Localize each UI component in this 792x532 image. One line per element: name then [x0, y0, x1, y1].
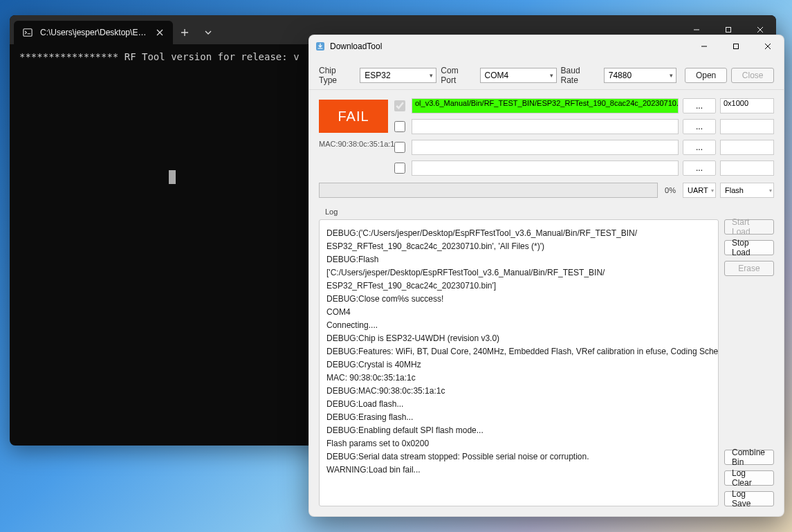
- log-line: ['C:/Users/jesper/Desktop/EspRFTestTool_…: [326, 266, 711, 279]
- browse-button-4[interactable]: ...: [683, 160, 716, 176]
- log-line: DEBUG:Enabling default SPI flash mode...: [326, 424, 711, 437]
- offset-input-2[interactable]: [720, 119, 774, 134]
- log-line: DEBUG:Crystal is 40MHz: [326, 358, 711, 372]
- file-path-2[interactable]: [412, 119, 679, 134]
- file-checkbox-3[interactable]: [394, 142, 405, 153]
- chevron-down-icon: ▾: [430, 72, 433, 79]
- tab-dropdown-button[interactable]: [196, 21, 220, 44]
- log-line: Flash params set to 0x0200: [326, 437, 711, 450]
- chevron-down-icon: ▾: [769, 187, 772, 194]
- downloadtool-titlebar: DownloadTool: [309, 35, 784, 57]
- log-line: DEBUG:Chip is ESP32-U4WDH (revision v3.0…: [326, 332, 711, 345]
- com-port-label: Com Port: [441, 66, 475, 85]
- browse-button-3[interactable]: ...: [683, 140, 716, 155]
- file-checkbox-4[interactable]: [394, 163, 405, 174]
- chevron-down-icon: ▾: [670, 72, 673, 79]
- svg-rect-3: [734, 44, 739, 49]
- progress-bar: [319, 183, 658, 198]
- file-checkbox-1[interactable]: [394, 100, 405, 111]
- close-icon[interactable]: [154, 26, 166, 39]
- memory-select[interactable]: Flash ▾: [720, 183, 774, 198]
- log-line: DEBUG:Close com%s success!: [326, 293, 711, 306]
- offset-input-1[interactable]: 0x1000: [720, 98, 774, 113]
- combine-bin-button[interactable]: Combine Bin: [724, 450, 774, 465]
- progress-row: 0% UART ▾ Flash ▾: [309, 183, 784, 205]
- file-path-4[interactable]: [412, 160, 679, 176]
- chip-type-select[interactable]: ESP32 ▾: [360, 68, 436, 83]
- mac-label: MAC:90:38:0c:35:1a:1c: [319, 140, 388, 149]
- downloadtool-window-controls: [688, 35, 784, 57]
- svg-rect-0: [24, 29, 32, 37]
- file-path-1[interactable]: ol_v3.6_Manual/Bin/RF_TEST_BIN/ESP32_RFT…: [412, 98, 679, 113]
- interface-select[interactable]: UART ▾: [683, 183, 716, 198]
- file-path-3[interactable]: [412, 140, 679, 155]
- log-line: DEBUG:MAC:90:38:0c:35:1a:1c: [326, 385, 711, 398]
- browse-button-2[interactable]: ...: [683, 119, 716, 134]
- offset-input-4[interactable]: [720, 160, 774, 176]
- terminal-tab-title: C:\Users\jesper\Desktop\EspR: [40, 28, 147, 37]
- log-group: Log DEBUG:('C:/Users/jesper/Desktop/EspR…: [316, 208, 777, 509]
- terminal-tab[interactable]: C:\Users\jesper\Desktop\EspR: [14, 21, 173, 44]
- file-grid: FAIL ol_v3.6_Manual/Bin/RF_TEST_BIN/ESP3…: [309, 90, 784, 183]
- terminal-icon: [22, 27, 33, 38]
- log-line: ESP32_RFTest_190_8cac24c_20230710.bin']: [326, 279, 711, 293]
- cursor-icon: [169, 170, 176, 184]
- log-output[interactable]: DEBUG:('C:/Users/jesper/Desktop/EspRFTes…: [319, 219, 719, 506]
- log-line: ESP32_RFTest_190_8cac24c_20230710.bin', …: [326, 240, 711, 253]
- file-checkbox-2[interactable]: [394, 121, 405, 132]
- log-line: WARNING:Load bin fail...: [326, 464, 711, 477]
- log-line: Connecting....: [326, 319, 711, 332]
- open-button[interactable]: Open: [685, 68, 728, 83]
- downloadtool-window: DownloadTool Chip Type ESP32 ▾ Com Port …: [308, 35, 784, 517]
- config-row: Chip Type ESP32 ▾ Com Port COM4 ▾ Baud R…: [309, 57, 784, 90]
- log-line: DEBUG:('C:/Users/jesper/Desktop/EspRFTes…: [326, 227, 711, 240]
- chip-type-label: Chip Type: [319, 66, 356, 85]
- chevron-down-icon: ▾: [711, 187, 714, 194]
- close-window-button[interactable]: [752, 35, 784, 57]
- stop-load-button[interactable]: Stop Load: [724, 240, 774, 255]
- side-button-column: Start Load Stop Load Erase Combine Bin L…: [724, 219, 774, 506]
- baud-rate-select[interactable]: 74880 ▾: [604, 68, 676, 83]
- browse-button-1[interactable]: ...: [683, 98, 716, 113]
- erase-button[interactable]: Erase: [724, 261, 774, 276]
- log-line: COM4: [326, 306, 711, 319]
- offset-input-3[interactable]: [720, 140, 774, 155]
- baud-rate-label: Baud Rate: [561, 66, 600, 85]
- log-line: DEBUG:Erasing flash...: [326, 411, 711, 424]
- close-button[interactable]: Close: [731, 68, 774, 83]
- log-line: DEBUG:Serial data stream stopped: Possib…: [326, 450, 711, 464]
- downloadtool-title: DownloadTool: [330, 42, 382, 51]
- svg-rect-1: [726, 28, 731, 33]
- log-line: MAC: 90:38:0c:35:1a:1c: [326, 372, 711, 385]
- status-badge: FAIL: [319, 100, 388, 133]
- log-line: DEBUG:Load flash...: [326, 398, 711, 411]
- start-load-button[interactable]: Start Load: [724, 219, 774, 235]
- log-save-button[interactable]: Log Save: [724, 491, 774, 506]
- minimize-button[interactable]: [688, 35, 720, 57]
- log-line: DEBUG:Features: WiFi, BT, Dual Core, 240…: [326, 345, 711, 358]
- maximize-button[interactable]: [720, 35, 752, 57]
- log-label: Log: [323, 208, 344, 216]
- chevron-down-icon: ▾: [550, 72, 553, 79]
- com-port-select[interactable]: COM4 ▾: [480, 68, 557, 83]
- log-line: DEBUG:Flash: [326, 253, 711, 266]
- progress-percent: 0%: [662, 186, 679, 194]
- log-clear-button[interactable]: Log Clear: [724, 470, 774, 486]
- new-tab-button[interactable]: [173, 21, 196, 44]
- app-icon: [315, 41, 326, 52]
